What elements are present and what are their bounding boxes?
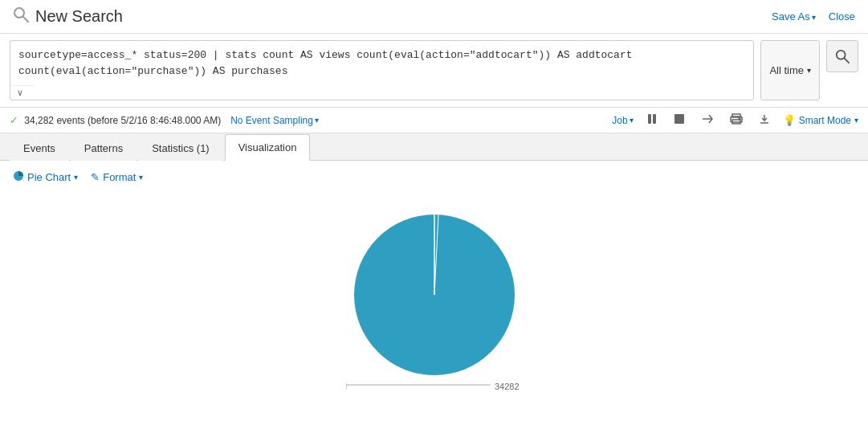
top-bar: New Search Save As Close (0, 0, 868, 34)
smart-mode-chevron-icon: ▾ (854, 116, 858, 125)
job-button[interactable]: Job ▾ (612, 115, 633, 126)
save-as-chevron-icon (812, 10, 816, 22)
chart-axis: 34282 (346, 383, 523, 399)
smart-mode-button[interactable]: 💡 Smart Mode ▾ (783, 114, 858, 126)
share-button[interactable] (698, 112, 717, 129)
svg-rect-4 (648, 114, 651, 124)
time-picker-button[interactable]: All time ▾ (760, 40, 820, 100)
svg-rect-5 (653, 114, 656, 124)
check-icon: ✓ (10, 114, 18, 126)
pie-chart-button[interactable]: Pie Chart ▾ (13, 170, 78, 184)
svg-point-0 (14, 8, 24, 18)
svg-point-10 (739, 118, 740, 120)
svg-point-2 (837, 51, 846, 59)
chart-container: 34282 (13, 190, 855, 415)
search-submit-button[interactable] (826, 40, 858, 72)
print-button[interactable] (727, 112, 746, 129)
page-title: New Search (35, 7, 123, 26)
search-query-text[interactable]: sourcetype=access_* status=200 | stats c… (10, 41, 753, 85)
top-bar-right: Save As Close (772, 10, 855, 22)
main-content: Pie Chart ▾ ✎ Format ▾ (0, 161, 868, 421)
format-button[interactable]: ✎ Format ▾ (91, 171, 143, 183)
top-bar-left: New Search (13, 6, 123, 27)
status-bar: ✓ 34,282 events (before 5/2/16 8:46:48.0… (0, 108, 868, 133)
search-icon (13, 6, 29, 27)
stop-button[interactable] (670, 112, 688, 129)
status-left: ✓ 34,282 events (before 5/2/16 8:46:48.0… (10, 114, 319, 126)
viz-toolbar: Pie Chart ▾ ✎ Format ▾ (13, 170, 855, 184)
download-button[interactable] (756, 112, 773, 129)
pie-chart-chevron-icon: ▾ (74, 173, 78, 182)
chart-value-label: 34282 (495, 383, 520, 391)
no-event-sampling-chevron-icon: ▾ (315, 116, 319, 125)
time-picker-chevron-icon: ▾ (807, 66, 811, 75)
status-events-text: ✓ 34,282 events (before 5/2/16 8:46:48.0… (10, 114, 221, 126)
tab-visualization[interactable]: Visualization (225, 134, 311, 161)
format-pencil-icon: ✎ (91, 171, 100, 183)
time-picker-label: All time (769, 64, 804, 76)
pie-chart-svg (346, 206, 523, 383)
pause-button[interactable] (643, 112, 661, 129)
job-chevron-icon: ▾ (630, 116, 634, 125)
search-input-wrapper: sourcetype=access_* status=200 | stats c… (10, 40, 754, 100)
smart-mode-bulb-icon: 💡 (783, 114, 796, 126)
pie-chart-icon (13, 170, 24, 184)
format-chevron-icon: ▾ (139, 173, 143, 182)
tab-events[interactable]: Events (10, 135, 69, 161)
svg-line-3 (845, 59, 849, 63)
visualization-area: Pie Chart ▾ ✎ Format ▾ (0, 161, 868, 421)
expand-button[interactable]: ∨ (10, 85, 35, 100)
tab-patterns[interactable]: Patterns (71, 135, 137, 161)
tab-statistics[interactable]: Statistics (1) (138, 135, 223, 161)
svg-line-1 (23, 17, 28, 22)
save-as-button[interactable]: Save As (772, 10, 816, 22)
no-event-sampling-button[interactable]: No Event Sampling ▾ (230, 115, 319, 126)
status-right: Job ▾ (612, 112, 858, 129)
svg-rect-6 (674, 114, 684, 124)
search-bar-row: sourcetype=access_* status=200 | stats c… (0, 34, 868, 108)
tabs-row: Events Patterns Statistics (1) Visualiza… (0, 133, 868, 161)
close-button[interactable]: Close (829, 10, 855, 22)
